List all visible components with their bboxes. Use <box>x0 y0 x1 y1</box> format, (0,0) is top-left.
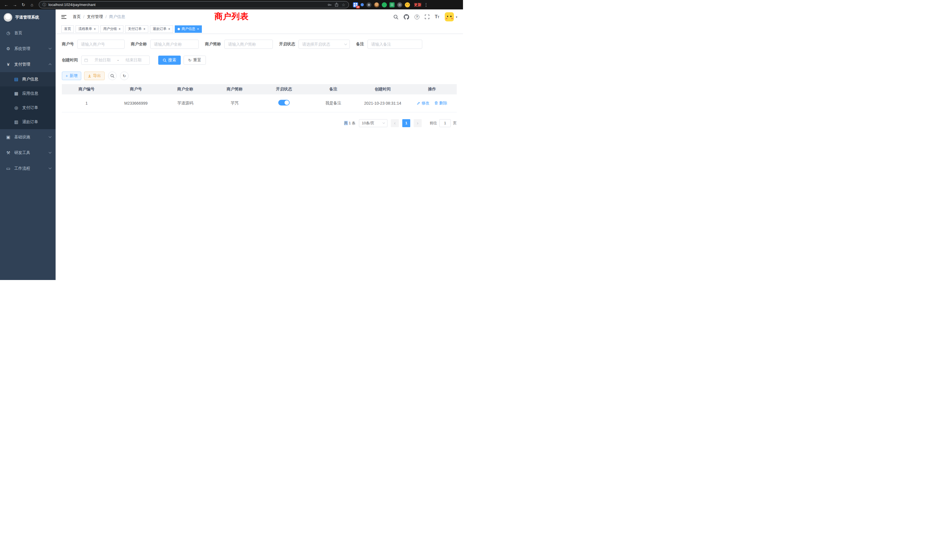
tab-close-icon[interactable]: × <box>197 27 199 31</box>
status-toggle[interactable] <box>278 100 290 106</box>
tab-refund-order[interactable]: 退款订单 × <box>150 26 173 33</box>
app-window: 芋道管理系统 ◷ 首页 ⚙ 系统管理 ¥ 支付管理 ▤ 商户信息 <box>0 9 463 280</box>
github-icon[interactable] <box>404 14 409 20</box>
tab-close-icon[interactable]: × <box>144 27 145 31</box>
column-header-create-time: 创建时间 <box>358 84 407 94</box>
sidebar-item-system-mgmt[interactable]: ⚙ 系统管理 <box>0 41 56 56</box>
status-select[interactable] <box>298 39 350 49</box>
tab-label: 退款订单 <box>153 27 166 31</box>
add-button[interactable]: + 新增 <box>62 71 81 80</box>
monitor-icon: ▣ <box>6 135 11 140</box>
green-circle-extension-icon[interactable] <box>382 2 387 8</box>
date-range-picker[interactable]: 开始日期 - 结束日期 <box>81 56 150 65</box>
browser-update-button[interactable]: 更新 <box>414 2 421 8</box>
info-icon[interactable]: ⓘ <box>42 2 46 8</box>
tab-pay-order[interactable]: 支付订单 × <box>125 26 148 33</box>
merchant-no-input[interactable] <box>77 39 125 49</box>
page-size-select[interactable]: 10条/页 <box>359 119 387 127</box>
page-header: 首页 / 支付管理 / 商户信息 ? <box>56 9 463 24</box>
merchant-no-field: 商户号 <box>62 39 125 49</box>
refresh-table-button[interactable]: ↻ <box>120 71 129 80</box>
back-icon[interactable]: ← <box>3 2 10 7</box>
user-menu[interactable]: ▾ <box>445 12 457 21</box>
tab-close-icon[interactable]: × <box>168 27 170 31</box>
tab-close-icon[interactable]: × <box>94 27 96 31</box>
help-icon[interactable]: ? <box>415 15 419 20</box>
fullscreen-icon[interactable] <box>425 15 429 19</box>
app-logo[interactable]: 芋道管理系统 <box>0 9 56 25</box>
app-title: 芋道管理系统 <box>15 15 39 20</box>
browser-menu-icon[interactable]: ⋮ <box>424 2 428 8</box>
sidebar-item-label: 研发工具 <box>14 150 30 155</box>
reset-button[interactable]: ↻ 重置 <box>184 56 206 65</box>
bookmark-star-icon[interactable]: ☆ <box>342 3 345 7</box>
sidebar-subitem-pay-order[interactable]: ◎ 支付订单 <box>0 101 56 115</box>
puzzle-extension-icon[interactable] <box>397 2 402 8</box>
sidebar-item-workflow[interactable]: ▭ 工作流程 <box>0 160 56 176</box>
tab-close-icon[interactable]: × <box>119 27 121 31</box>
edit-link[interactable]: 修改 <box>417 101 429 106</box>
sidebar-item-label: 系统管理 <box>14 46 30 51</box>
sidebar-item-infrastructure[interactable]: ▣ 基础设施 <box>0 129 56 145</box>
blue-dot-extension-icon[interactable] <box>361 3 364 6</box>
breadcrumb-separator: / <box>106 15 107 19</box>
profile-extension-icon[interactable] <box>374 2 379 8</box>
tab-merchant-info[interactable]: 商户信息 × <box>175 26 202 33</box>
address-bar[interactable]: ⓘ localhost:1024/pay/merchant ☆ <box>39 1 349 8</box>
sidebar-subitem-refund-order[interactable]: ▥ 退款订单 <box>0 115 56 129</box>
share-icon[interactable] <box>335 3 338 7</box>
column-header-merchant-no: 商户号 <box>111 84 160 94</box>
search-button[interactable]: 搜索 <box>158 56 181 65</box>
sidebar-item-payment-mgmt[interactable]: ¥ 支付管理 <box>0 56 56 72</box>
toggle-search-button[interactable] <box>108 71 117 80</box>
table-header-row: 商户编号 商户号 商户全称 商户简称 开启状态 备注 创建时间 操作 <box>62 84 457 94</box>
tab-label: 商户信息 <box>182 27 195 31</box>
breadcrumb-payment[interactable]: 支付管理 <box>87 14 103 20</box>
breadcrumb-home[interactable]: 首页 <box>73 14 81 20</box>
delete-link[interactable]: 删除 <box>434 101 447 106</box>
goto-page-input[interactable] <box>439 119 451 127</box>
smiley-extension-icon[interactable] <box>405 2 410 8</box>
plus-icon: + <box>65 74 68 78</box>
full-name-input[interactable] <box>150 39 199 49</box>
short-name-input[interactable] <box>224 39 273 49</box>
tags-view: 首页 流程表单 × 用户分组 × 支付订单 × 退款订单 × <box>56 24 463 34</box>
tab-home[interactable]: 首页 <box>61 26 74 33</box>
sheets-extension-icon[interactable] <box>389 2 395 8</box>
page-content: 商户号 商户全称 商户简称 开启状态 <box>56 34 463 127</box>
merchant-table: 商户编号 商户号 商户全称 商户简称 开启状态 备注 创建时间 操作 1 <box>62 84 457 112</box>
sidebar-subitem-app-info[interactable]: ▦ 应用信息 <box>0 86 56 101</box>
next-page-button[interactable]: › <box>414 119 422 127</box>
logo-avatar <box>4 13 12 22</box>
cell-status <box>259 94 309 112</box>
extensions-grid-icon[interactable]: 10 <box>353 2 358 8</box>
status-select-input[interactable] <box>298 39 350 49</box>
key-icon[interactable] <box>328 3 331 7</box>
field-label: 开启状态 <box>279 42 295 47</box>
target-icon: ◎ <box>14 105 19 110</box>
export-button-label: 导出 <box>93 73 101 79</box>
sidebar-toggle-icon[interactable] <box>61 15 67 19</box>
export-button[interactable]: 导出 <box>84 71 104 80</box>
remark-input[interactable] <box>368 39 422 49</box>
sidebar-item-dev-tools[interactable]: ⚒ 研发工具 <box>0 145 56 160</box>
sidebar-item-label: 商户信息 <box>22 77 38 82</box>
page-1-button[interactable]: 1 <box>402 119 410 127</box>
column-header-full-name: 商户全称 <box>160 84 210 94</box>
search-icon[interactable] <box>393 15 398 20</box>
forward-icon[interactable]: → <box>11 2 18 7</box>
sidebar-item-label: 应用信息 <box>22 91 38 96</box>
tab-user-group[interactable]: 用户分组 × <box>100 26 123 33</box>
font-size-icon[interactable]: TT <box>435 14 439 20</box>
home-icon[interactable]: ⌂ <box>29 2 35 7</box>
reload-icon[interactable]: ↻ <box>20 2 27 8</box>
dark-extension-icon[interactable] <box>366 2 371 8</box>
prev-page-button[interactable]: ‹ <box>391 119 399 127</box>
chevron-down-icon <box>383 121 385 124</box>
sidebar-item-home[interactable]: ◷ 首页 <box>0 25 56 41</box>
date-end-placeholder: 结束日期 <box>120 58 147 63</box>
sidebar-subitem-merchant-info[interactable]: ▤ 商户信息 <box>0 72 56 86</box>
tab-label: 用户分组 <box>103 27 117 31</box>
tab-process-form[interactable]: 流程表单 × <box>76 26 98 33</box>
column-header-remark: 备注 <box>309 84 358 94</box>
